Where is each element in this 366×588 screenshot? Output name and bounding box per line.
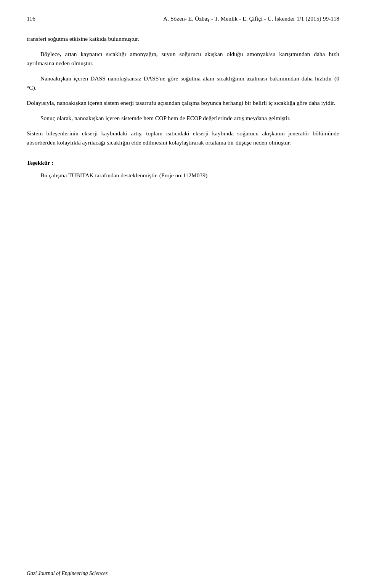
paragraph-6: Sistem bileşenlerinin ekserji kaybındaki… (27, 129, 339, 147)
paragraph-6-text: Sistem bileşenlerinin ekserji kaybındaki… (27, 130, 339, 146)
body-content: transferi soğutma etkisine katkıda bulun… (27, 34, 339, 180)
paragraph-1-text: transferi soğutma etkisine katkıda bulun… (27, 35, 139, 42)
page-number: 116 (27, 15, 35, 22)
paragraph-5-text: Sonuç olarak, nanoakışkan içeren sistemd… (40, 115, 291, 121)
paragraph-2: Böylece, artan kaynatıcı sıcaklığı amony… (27, 50, 339, 68)
tesekkur-heading: Teşekkür : (27, 159, 339, 166)
paragraph-1: transferi soğutma etkisine katkıda bulun… (27, 34, 339, 43)
paragraph-2-text: Böylece, artan kaynatıcı sıcaklığı amony… (27, 51, 339, 66)
header-title: A. Sözen- E. Özbaş - T. Menlik - E. Çift… (163, 15, 339, 22)
tesekkur-section: Teşekkür : Bu çalışma TÜBİTAK tarafından… (27, 159, 339, 180)
footer-line (27, 568, 339, 568)
footer-bar: Gazi Journal of Engineering Sciences (0, 568, 366, 577)
tesekkur-body: Bu çalışma TÜBİTAK tarafından desteklenm… (40, 171, 339, 180)
paragraph-4-text: Dolayısıyla, nanoakışkan içeren sistem e… (27, 100, 335, 106)
page-container: 116 A. Sözen- E. Özbaş - T. Menlik - E. … (0, 0, 366, 588)
paragraph-3-text: Nanoakışkan içeren DASS nanokışkansız DA… (27, 75, 339, 91)
footer-text: Gazi Journal of Engineering Sciences (27, 570, 339, 577)
paragraph-4: Dolayısıyla, nanoakışkan içeren sistem e… (27, 98, 339, 108)
paragraph-5: Sonuç olarak, nanoakışkan içeren sistemd… (27, 114, 339, 123)
header-bar: 116 A. Sözen- E. Özbaş - T. Menlik - E. … (27, 15, 339, 22)
paragraph-3: Nanoakışkan içeren DASS nanokışkansız DA… (27, 74, 339, 92)
